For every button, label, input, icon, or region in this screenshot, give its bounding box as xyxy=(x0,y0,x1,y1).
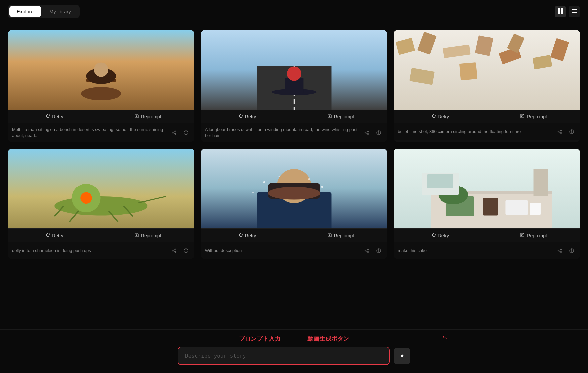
svg-line-102 xyxy=(366,250,368,251)
reprompt-icon xyxy=(520,114,525,119)
svg-point-33 xyxy=(365,132,366,133)
svg-point-8 xyxy=(81,87,121,100)
info-button[interactable] xyxy=(182,128,190,137)
svg-point-15 xyxy=(172,132,173,133)
svg-rect-6 xyxy=(572,12,577,13)
retry-button[interactable]: Retry xyxy=(394,110,487,123)
reprompt-button[interactable]: Reprompt xyxy=(487,229,580,242)
reprompt-icon xyxy=(327,114,332,119)
description-row: Without description xyxy=(201,242,387,259)
reprompt-icon xyxy=(520,233,525,238)
share-button[interactable] xyxy=(555,246,564,255)
description-text: Melt it a man sitting on a bench in dese… xyxy=(12,127,170,139)
generate-icon: ✦ xyxy=(399,352,405,360)
svg-line-79 xyxy=(173,251,175,252)
svg-point-123 xyxy=(561,252,562,253)
retry-button[interactable]: Retry xyxy=(8,110,101,123)
action-bar: Retry Reprompt xyxy=(201,110,387,123)
video-card-1: Retry RepromptMelt it a man sitting on a… xyxy=(8,30,194,142)
list-view-button[interactable] xyxy=(569,6,580,17)
description-row: dolly in to a chameleon is doing push up… xyxy=(8,242,194,259)
svg-point-76 xyxy=(175,249,176,250)
share-button[interactable] xyxy=(170,128,178,137)
action-bar: Retry Reprompt xyxy=(8,110,194,123)
info-button[interactable] xyxy=(182,246,190,255)
svg-point-83 xyxy=(186,250,186,250)
retry-icon xyxy=(239,114,243,119)
svg-rect-65 xyxy=(8,149,194,228)
description-row: A longboard races downhill on a winding … xyxy=(201,123,387,142)
share-button[interactable] xyxy=(362,246,371,255)
reprompt-icon xyxy=(327,233,332,238)
svg-point-92 xyxy=(308,178,310,180)
action-bar: Retry Reprompt xyxy=(394,110,580,123)
reprompt-icon xyxy=(134,114,139,119)
svg-point-55 xyxy=(561,130,562,131)
arrow-annotation: ← xyxy=(441,334,450,343)
retry-button[interactable]: Retry xyxy=(8,229,101,242)
description-icons xyxy=(170,246,190,255)
svg-line-36 xyxy=(366,132,368,133)
description-text: bullet time shot, 360 camera circling ar… xyxy=(398,129,555,135)
video-card-2: Pika 1.5 Retry RepromptA longboard races… xyxy=(201,30,387,142)
annotation-row: プロンプト入力 動画生成ボタン xyxy=(8,335,580,343)
prompt-input[interactable] xyxy=(178,347,389,364)
generate-button[interactable]: ✦ xyxy=(394,348,410,364)
video-grid: Retry RepromptMelt it a man sitting on a… xyxy=(8,30,580,259)
action-bar: Retry Reprompt xyxy=(8,228,194,242)
share-button[interactable] xyxy=(170,246,178,255)
svg-point-34 xyxy=(368,134,369,135)
description-icons xyxy=(170,128,190,137)
reprompt-icon xyxy=(134,233,139,238)
grid-view-icon xyxy=(558,8,563,15)
svg-point-78 xyxy=(175,252,176,253)
reprompt-button[interactable]: Reprompt xyxy=(101,110,194,123)
retry-button[interactable]: Retry xyxy=(201,110,294,123)
my-library-tab[interactable]: My library xyxy=(42,6,78,17)
svg-rect-113 xyxy=(483,198,498,216)
svg-rect-49 xyxy=(459,62,477,80)
info-button[interactable] xyxy=(374,246,383,255)
info-button[interactable] xyxy=(374,128,383,137)
button-annotation: 動画生成ボタン xyxy=(307,335,349,343)
description-icons xyxy=(362,128,383,137)
description-row: bullet time shot, 360 camera circling ar… xyxy=(394,123,580,140)
explore-tab[interactable]: Explore xyxy=(9,6,41,17)
svg-point-57 xyxy=(561,133,562,134)
action-bar: Retry Reprompt xyxy=(394,228,580,242)
svg-point-100 xyxy=(368,252,369,253)
svg-rect-5 xyxy=(572,11,577,11)
info-button[interactable] xyxy=(567,127,576,136)
description-text: Without description xyxy=(205,248,363,254)
svg-point-14 xyxy=(175,131,176,132)
nav-tabs: Explore My library xyxy=(8,5,80,18)
retry-button[interactable]: Retry xyxy=(201,229,294,242)
svg-rect-3 xyxy=(561,11,563,14)
info-button[interactable] xyxy=(567,246,576,255)
reprompt-button[interactable]: Reprompt xyxy=(101,229,194,242)
reprompt-button[interactable]: Reprompt xyxy=(294,229,387,242)
svg-point-90 xyxy=(268,187,320,200)
retry-icon xyxy=(46,114,50,119)
svg-point-91 xyxy=(263,181,265,183)
video-card-6: Pika 1.5 Retry Repromptmake this cake xyxy=(394,149,580,259)
description-text: dolly in to a chameleon is doing push up… xyxy=(12,248,170,254)
retry-button[interactable]: Retry xyxy=(394,229,487,242)
view-controls xyxy=(555,6,580,17)
list-view-icon xyxy=(572,8,577,15)
video-card-3: Pika 1.5 Retry Repromptbullet time shot,… xyxy=(394,30,580,142)
svg-point-21 xyxy=(186,132,186,132)
reprompt-button[interactable]: Reprompt xyxy=(487,110,580,123)
description-icons xyxy=(555,127,576,136)
share-button[interactable] xyxy=(555,127,564,136)
retry-icon xyxy=(46,233,50,238)
video-card-5: Pika 1.5 Retry RepromptWithout descripti… xyxy=(201,149,387,259)
grid-view-button[interactable] xyxy=(555,6,566,17)
description-icons xyxy=(555,246,576,255)
reprompt-button[interactable]: Reprompt xyxy=(294,110,387,123)
share-button[interactable] xyxy=(362,128,371,137)
svg-line-59 xyxy=(559,131,560,132)
video-card-4: Pika 1.5 Retry Repromptdolly in to a cha… xyxy=(8,149,194,259)
main-content: Retry RepromptMelt it a man sitting on a… xyxy=(0,23,588,319)
svg-point-62 xyxy=(572,131,572,131)
